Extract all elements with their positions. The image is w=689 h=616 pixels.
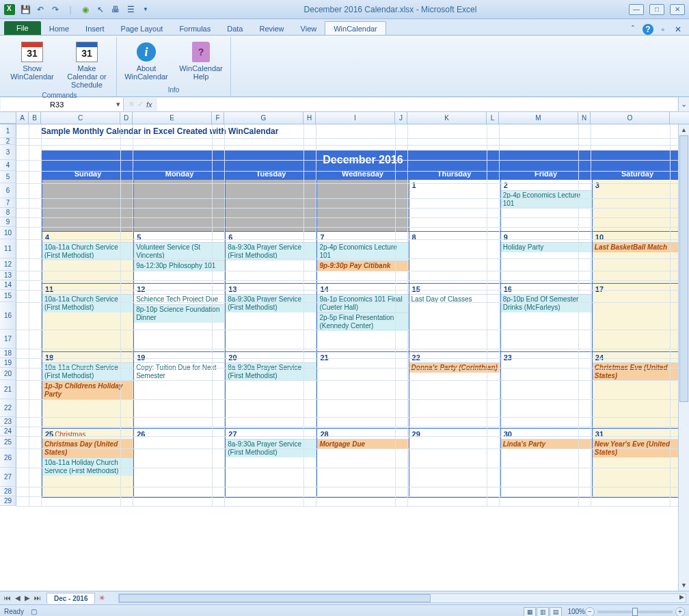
row-header[interactable]: 12 [0, 258, 16, 271]
sheet-nav-prev-icon[interactable]: ◀ [14, 594, 22, 602]
row-header[interactable]: 25 [0, 436, 16, 448]
make-calendar-button[interactable]: Make Calendar or Schedule [60, 38, 113, 90]
scroll-down-icon[interactable]: ▼ [679, 580, 689, 591]
row-header[interactable]: 22 [0, 399, 16, 417]
row-header[interactable]: 11 [0, 239, 16, 258]
normal-view-button[interactable]: ▦ [524, 607, 536, 617]
enter-formula-icon[interactable]: ✓ [137, 100, 144, 109]
maximize-button[interactable]: □ [649, 4, 664, 15]
row-header[interactable]: 3 [0, 145, 16, 160]
column-header[interactable]: N [578, 112, 591, 124]
row-header[interactable]: 7 [0, 198, 16, 208]
sheet-nav-first-icon[interactable]: ⏮ [3, 594, 12, 602]
column-header[interactable]: E [133, 112, 212, 124]
row-header[interactable]: 5 [0, 171, 16, 183]
row-header[interactable]: 8 [0, 208, 16, 217]
column-header[interactable]: L [487, 112, 499, 124]
vscroll-thumb[interactable] [679, 135, 688, 402]
hscroll-thumb[interactable] [119, 594, 431, 602]
ribbon-tab-data[interactable]: Data [219, 22, 251, 35]
row-header[interactable]: 17 [0, 330, 16, 349]
about-wincalendar-button[interactable]: iAbout WinCalendar [120, 38, 173, 85]
row-header[interactable]: 26 [0, 448, 16, 468]
column-header[interactable]: I [316, 112, 395, 124]
scroll-up-icon[interactable]: ▲ [679, 124, 689, 135]
sheet-nav-last-icon[interactable]: ⏭ [33, 594, 42, 602]
formula-bar-expand-icon[interactable]: ⌄ [678, 97, 689, 111]
vertical-scrollbar[interactable]: ▲ ▼ [678, 124, 689, 591]
ribbon-tab-view[interactable]: View [293, 22, 325, 35]
sheet-nav-next-icon[interactable]: ▶ [23, 594, 31, 602]
row-header[interactable]: 13 [0, 271, 16, 280]
row-header[interactable]: 6 [0, 183, 16, 198]
column-header[interactable]: A [16, 112, 29, 124]
undo-icon[interactable]: ↶ [34, 3, 46, 16]
row-header[interactable]: 27 [0, 468, 16, 487]
save-icon[interactable]: 💾 [19, 3, 31, 16]
ribbon-tab-file[interactable]: File [4, 21, 41, 35]
column-header[interactable]: B [29, 112, 41, 124]
minimize-ribbon-icon[interactable]: ˆ [627, 24, 638, 35]
formula-input[interactable] [157, 98, 677, 111]
column-header[interactable]: O [591, 112, 670, 124]
select-all-corner[interactable] [0, 112, 16, 124]
row-header[interactable]: 16 [0, 302, 16, 330]
column-header[interactable]: K [407, 112, 487, 124]
ribbon-tab-formulas[interactable]: Formulas [171, 22, 219, 35]
ribbon-tab-review[interactable]: Review [251, 22, 292, 35]
hscroll-right-icon[interactable]: ▶ [679, 593, 684, 600]
row-header[interactable]: 4 [0, 160, 16, 171]
column-header[interactable]: H [303, 112, 316, 124]
show-wincalendar-button[interactable]: Show WinCalendar [5, 38, 59, 90]
page-break-view-button[interactable]: ▤ [550, 607, 562, 617]
zoom-thumb[interactable] [632, 608, 638, 616]
row-header[interactable]: 20 [0, 368, 16, 380]
zoom-in-button[interactable]: + [675, 607, 685, 617]
preview-icon[interactable]: ☰ [124, 3, 137, 16]
name-box[interactable]: ▾ [1, 98, 124, 111]
zoom-level[interactable]: 100% [567, 608, 585, 615]
help-icon[interactable]: ? [643, 24, 653, 35]
column-header[interactable]: D [120, 112, 133, 124]
column-header[interactable]: G [224, 112, 303, 124]
cursor-icon[interactable]: ↖ [94, 3, 107, 16]
row-header[interactable]: 14 [0, 280, 16, 290]
wincalendar-help-button[interactable]: ?WinCalendar Help [174, 38, 228, 85]
row-header[interactable]: 1 [0, 124, 16, 138]
zoom-slider[interactable] [597, 611, 673, 613]
new-icon[interactable]: ◉ [79, 3, 92, 16]
window-close-icon[interactable]: ✕ [673, 24, 684, 35]
row-header[interactable]: 18 [0, 349, 16, 358]
ribbon-tab-home[interactable]: Home [41, 22, 77, 35]
row-header[interactable]: 9 [0, 217, 16, 227]
name-box-dropdown-icon[interactable]: ▾ [113, 100, 123, 109]
ribbon-tab-insert[interactable]: Insert [77, 22, 113, 35]
macro-record-icon[interactable]: ▢ [31, 608, 37, 615]
close-button[interactable]: ✕ [670, 4, 685, 15]
fx-icon[interactable]: fx [146, 101, 152, 109]
zoom-out-button[interactable]: − [585, 607, 595, 617]
ribbon-tab-wincalendar[interactable]: WinCalendar [325, 21, 386, 35]
row-header[interactable]: 10 [0, 227, 16, 239]
row-header[interactable]: 21 [0, 380, 16, 399]
row-header[interactable]: 23 [0, 417, 16, 427]
page-layout-view-button[interactable]: ▥ [537, 607, 549, 617]
name-box-input[interactable] [1, 101, 113, 109]
column-header[interactable]: F [212, 112, 224, 124]
column-header[interactable]: M [499, 112, 578, 124]
print-icon[interactable]: 🖶 [109, 3, 122, 16]
row-header[interactable]: 19 [0, 358, 16, 368]
cancel-formula-icon[interactable]: ✕ [129, 100, 135, 109]
row-header[interactable]: 29 [0, 496, 16, 506]
qat-dropdown-icon[interactable]: ▼ [139, 3, 152, 16]
minimize-button[interactable]: — [629, 4, 644, 15]
row-header[interactable]: 15 [0, 290, 16, 302]
insert-sheet-icon[interactable]: ✳ [99, 594, 105, 602]
column-header[interactable]: J [395, 112, 407, 124]
row-header[interactable]: 28 [0, 487, 16, 496]
redo-icon[interactable]: ↷ [49, 3, 62, 16]
sheet-tab-dec-2016[interactable]: Dec - 2016 [46, 593, 95, 604]
row-header[interactable]: 2 [0, 138, 16, 145]
horizontal-scrollbar[interactable]: ◀ ▶ [118, 593, 686, 603]
ribbon-tab-page-layout[interactable]: Page Layout [113, 22, 172, 35]
